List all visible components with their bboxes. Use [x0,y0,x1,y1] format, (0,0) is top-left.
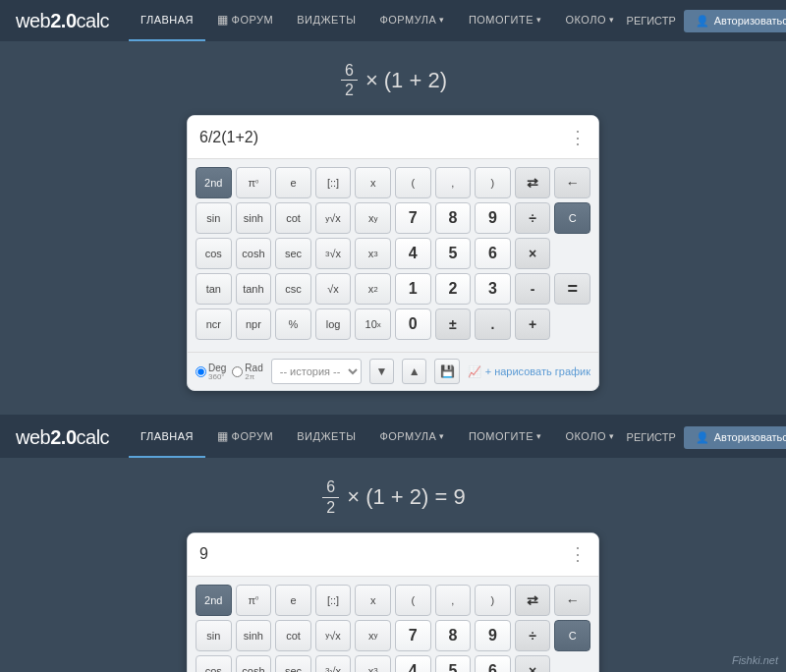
btn-8-2[interactable]: 8 [435,620,472,651]
btn-cos-2[interactable]: cos [196,655,232,672]
btn-x-sq[interactable]: x2 [355,273,391,305]
display-menu-icon[interactable]: ⋮ [569,127,587,148]
btn-close-paren[interactable]: ) [475,167,511,198]
btn-swap[interactable]: ⇄ [515,167,551,198]
btn-cot[interactable]: cot [275,202,311,234]
rad-label-1[interactable]: Rad2π [232,363,262,381]
btn-pi[interactable]: π⁰ [236,167,272,198]
btn-equals[interactable]: = [554,273,590,305]
btn-minus[interactable]: - [515,273,551,305]
btn-1[interactable]: 1 [395,273,431,305]
btn-close-paren-2[interactable]: ) [475,585,511,616]
deg-radio-1[interactable] [196,366,206,377]
btn-open-paren-2[interactable]: ( [395,585,431,616]
btn-yrt-x[interactable]: y√x [315,202,352,234]
btn-npr[interactable]: npr [236,308,272,340]
btn-x[interactable]: x [355,167,391,198]
btn-x-cube-2[interactable]: x3 [355,655,391,672]
btn-sinh[interactable]: sinh [236,202,272,234]
btn-2[interactable]: 2 [435,273,472,305]
btn-clear-2[interactable]: C [554,620,590,651]
nav-help-2[interactable]: ПОМОГИТЕ ▾ [457,417,554,458]
nav-forum-2[interactable]: ▦ФОРУМ [205,417,285,458]
nav-about-2[interactable]: ОКОЛО ▾ [553,417,626,458]
nav-home-2[interactable]: ГЛАВНАЯ [129,417,205,458]
btn-7[interactable]: 7 [395,202,431,234]
btn-brackets[interactable]: [::] [315,167,352,198]
display-menu-icon-2[interactable]: ⋮ [569,543,587,565]
btn-sec[interactable]: sec [275,238,311,269]
rad-radio-1[interactable] [232,366,243,377]
down-arrow-btn-1[interactable]: ▼ [369,359,394,384]
btn-mul-2[interactable]: × [515,655,551,672]
nav-widgets[interactable]: ВИДЖЕТЫ [285,0,367,41]
btn-0[interactable]: 0 [395,308,431,340]
btn-e-2[interactable]: e [275,585,311,616]
nav-formula-2[interactable]: ФОРМУЛА ▾ [367,417,456,458]
btn-pi-2[interactable]: π⁰ [236,585,272,616]
deg-label-1[interactable]: Deg360° [196,363,226,381]
btn-x-cube[interactable]: x3 [355,238,391,269]
btn-9-2[interactable]: 9 [475,620,511,651]
nav-widgets-2[interactable]: ВИДЖЕТЫ [285,417,367,458]
nav-formula[interactable]: ФОРМУЛА ▾ [367,0,456,41]
btn-clear[interactable]: C [554,202,590,234]
btn-sqrt-x[interactable]: √x [315,273,352,305]
btn-plus[interactable]: + [515,308,551,340]
btn-sin-2[interactable]: sin [196,620,232,651]
nav-register-2[interactable]: РЕГИСТР [627,431,676,443]
btn-6-2[interactable]: 6 [475,655,511,672]
btn-comma[interactable]: , [435,167,472,198]
btn-cosh-2[interactable]: cosh [236,655,272,672]
btn-dot[interactable]: . [475,308,511,340]
btn-log[interactable]: log [315,308,352,340]
up-arrow-btn-1[interactable]: ▲ [402,359,426,384]
btn-e[interactable]: e [275,167,311,198]
btn-cosh[interactable]: cosh [236,238,272,269]
btn-x-2[interactable]: x [355,585,391,616]
btn-tanh[interactable]: tanh [236,273,272,305]
btn-7-2[interactable]: 7 [395,620,431,651]
btn-backspace-2[interactable]: ← [554,585,590,616]
btn-open-paren[interactable]: ( [395,167,431,198]
btn-tan[interactable]: tan [196,273,232,305]
btn-div-2[interactable]: ÷ [515,620,551,651]
login-button-2[interactable]: 👤 Авторизоваться ▾ [684,426,786,449]
btn-swap-2[interactable]: ⇄ [515,585,551,616]
btn-cot-2[interactable]: cot [275,620,311,651]
btn-4[interactable]: 4 [395,238,431,269]
btn-cbrt-x-2[interactable]: 3√x [315,655,352,672]
btn-9[interactable]: 9 [475,202,511,234]
btn-cos[interactable]: cos [196,238,232,269]
btn-div[interactable]: ÷ [515,202,551,234]
btn-cbrt-x[interactable]: 3√x [315,238,352,269]
btn-brackets-2[interactable]: [::] [315,585,352,616]
btn-sec-2[interactable]: sec [275,655,311,672]
graph-btn-1[interactable]: 📈 + нарисовать график [468,365,590,378]
btn-pct[interactable]: % [275,308,311,340]
btn-backspace[interactable]: ← [554,167,590,198]
save-btn-1[interactable]: 💾 [434,359,459,384]
btn-5[interactable]: 5 [435,238,472,269]
history-select-1[interactable]: -- история -- [271,359,362,384]
btn-comma-2[interactable]: , [435,585,472,616]
btn-2nd[interactable]: 2nd [196,167,232,198]
btn-sinh-2[interactable]: sinh [236,620,272,651]
nav-help[interactable]: ПОМОГИТЕ ▾ [457,0,554,41]
btn-yrt-x-2[interactable]: y√x [315,620,352,651]
login-button[interactable]: 👤 Авторизоваться ▾ [684,10,786,32]
btn-3[interactable]: 3 [475,273,511,305]
btn-mul[interactable]: × [515,238,551,269]
btn-6[interactable]: 6 [475,238,511,269]
btn-plusminus[interactable]: ± [435,308,472,340]
btn-4-2[interactable]: 4 [395,655,431,672]
btn-sin[interactable]: sin [196,202,232,234]
btn-10x[interactable]: 10x [355,308,391,340]
btn-2nd-2[interactable]: 2nd [196,585,232,616]
btn-8[interactable]: 8 [435,202,472,234]
btn-x-y[interactable]: xy [355,202,391,234]
btn-x-y-2[interactable]: xy [355,620,391,651]
nav-home[interactable]: ГЛАВНАЯ [129,0,205,41]
nav-about[interactable]: ОКОЛО ▾ [553,0,626,41]
btn-5-2[interactable]: 5 [435,655,472,672]
